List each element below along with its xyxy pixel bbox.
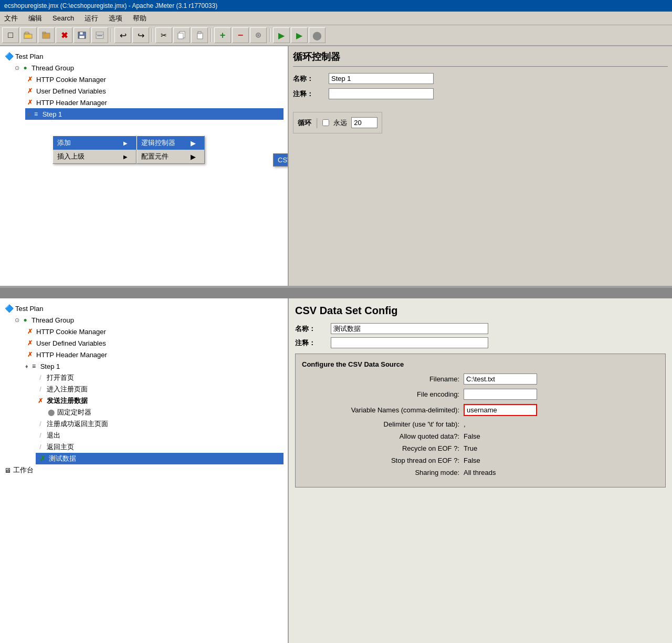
context-menu-insert[interactable]: 插入上级 ▶ <box>53 150 136 163</box>
submenu-csv: CSV Data Set Config <box>273 153 289 167</box>
scissors-button[interactable]: ✂ <box>155 27 172 43</box>
forever-checkbox[interactable] <box>322 119 329 126</box>
submenu-config-item[interactable]: 配置元件 ▶ <box>137 150 204 163</box>
tree-item-step1[interactable]: ♦ ≡ Step 1 <box>25 108 284 120</box>
context-menu: 添加 ▶ 插入上级 ▶ <box>52 136 136 164</box>
bsuccessback-icon: / <box>36 419 45 429</box>
btree-timer[interactable]: ⬤ 固定定时器 <box>46 407 284 418</box>
menu-file[interactable]: 文件 <box>2 13 20 24</box>
bsenddata-label: 发送注册数据 <box>47 396 88 406</box>
redo-button[interactable]: ↪ <box>132 27 149 43</box>
bcookie-icon: ✗ <box>25 327 35 336</box>
bopenpage-icon: / <box>36 373 45 382</box>
stop-button[interactable]: ⬤ <box>309 27 326 43</box>
csv-recycle-row: Recycle on EOF ?: True <box>302 444 659 452</box>
loop-count-input[interactable] <box>351 117 377 128</box>
submenu-logic: 逻辑控制器 ▶ 配置元件 ▶ <box>136 136 205 164</box>
csv-comment-label: 注释： <box>295 338 327 348</box>
workbench[interactable]: 🖥 工作台 <box>4 464 284 476</box>
toolbar: □ ✖ ↩ ↪ ✂ + − ▶ ▶ ⬤ <box>0 25 672 46</box>
divider: | <box>316 117 318 129</box>
csv-filename-value: C:\test.txt <box>464 374 537 385</box>
title-bar: ecshopuregiste.jmx (C:\ecshopuregiste.jm… <box>0 0 672 12</box>
csv-config-panel: CSV Data Set Config 名称： 注释： Configure th… <box>289 298 672 643</box>
svg-rect-2 <box>24 34 32 38</box>
menu-help[interactable]: 帮助 <box>131 13 149 24</box>
uservars-icon: ✗ <box>25 86 35 96</box>
csv-comment-input[interactable] <box>331 337 488 348</box>
tree-item-uservars[interactable]: ✗ User Defined Variables <box>25 85 284 97</box>
btree-uservars[interactable]: ✗ User Defined Variables <box>25 337 284 349</box>
svg-point-16 <box>257 34 259 36</box>
btestdata-label: 测试数据 <box>49 454 76 463</box>
submenu-logic-item[interactable]: 逻辑控制器 ▶ <box>137 136 204 150</box>
testplan-label: Test Plan <box>15 53 43 60</box>
paste-button[interactable] <box>191 27 208 43</box>
start-nopause-button[interactable]: ▶ <box>291 27 308 43</box>
btree-senddata[interactable]: ✗ 发送注册数据 <box>36 395 284 407</box>
buservars-icon: ✗ <box>25 338 35 348</box>
btree-returnhome[interactable]: / 返回主页 <box>36 441 284 453</box>
csv-config-item[interactable]: CSV Data Set Config <box>274 154 289 166</box>
tree-item-testplan[interactable]: 🔷 Test Plan <box>4 50 284 62</box>
menu-edit[interactable]: 编辑 <box>26 13 44 24</box>
bregister-icon: / <box>36 385 45 394</box>
logic-arrow: ▶ <box>191 139 196 147</box>
btree-testplan[interactable]: 🔷 Test Plan <box>4 303 284 314</box>
tree-item-cookiemanager[interactable]: ✗ HTTP Cookie Manager <box>25 74 284 85</box>
top-right-panel: 循环控制器 名称： 注释： 循环 | 永远 <box>289 46 672 286</box>
btree-logout[interactable]: / 退出 <box>36 430 284 441</box>
btree-openpage[interactable]: / 打开首页 <box>36 372 284 383</box>
loop-section: 循环 | 永远 <box>293 112 382 133</box>
csv-filename-label: Filename: <box>302 375 459 383</box>
add-label: 添加 <box>57 138 71 148</box>
bstep1-label: Step 1 <box>40 362 60 370</box>
threadgroup-label: Thread Group <box>32 64 74 72</box>
undo-button[interactable]: ↩ <box>114 27 131 43</box>
remove-button[interactable]: − <box>232 27 249 43</box>
csv-stopthread-row: Stop thread on EOF ?: False <box>302 457 659 464</box>
step1-icon: ≡ <box>32 109 41 119</box>
tree-item-headermanager[interactable]: ✗ HTTP Header Manager <box>25 97 284 108</box>
btree-register[interactable]: / 进入注册页面 <box>36 383 284 395</box>
add-button[interactable]: + <box>214 27 231 43</box>
svg-rect-12 <box>178 33 183 39</box>
btree-step1[interactable]: ♦ ≡ Step 1 <box>25 360 284 372</box>
btree-threadgroup[interactable]: ⊙ ● Thread Group <box>15 314 284 326</box>
open-button[interactable] <box>20 27 37 43</box>
testplan-icon: 🔷 <box>4 51 14 61</box>
config-arrow: ▶ <box>191 153 196 161</box>
bthreadgroup-connector: ⊙ <box>15 317 19 324</box>
csv-comment-row: 注释： <box>295 337 666 348</box>
blogout-label: 退出 <box>47 431 60 440</box>
new-button[interactable]: □ <box>2 27 19 43</box>
svg-rect-6 <box>80 32 83 35</box>
save-button[interactable] <box>74 27 90 43</box>
menu-run[interactable]: 运行 <box>82 13 100 24</box>
context-menu-add[interactable]: 添加 ▶ <box>53 136 136 150</box>
comment-input[interactable] <box>329 88 434 99</box>
menu-search[interactable]: Search <box>50 13 76 23</box>
template-button[interactable] <box>91 27 108 43</box>
csv-encoding-row: File encoding: <box>302 389 659 400</box>
step1-label: Step 1 <box>43 110 62 118</box>
menu-options[interactable]: 选项 <box>107 13 124 24</box>
svg-rect-1 <box>25 32 28 34</box>
copy-button[interactable] <box>173 27 190 43</box>
btree-header[interactable]: ✗ HTTP Header Manager <box>25 349 284 360</box>
name-input[interactable] <box>329 73 434 84</box>
csv-varnames-label: Variable Names (comma-delimited): <box>302 406 459 414</box>
start-button[interactable]: ▶ <box>273 27 290 43</box>
btree-successback[interactable]: / 注册成功返回主页面 <box>36 418 284 430</box>
csv-delimiter-value: , <box>464 420 466 428</box>
folder-button[interactable] <box>38 27 55 43</box>
btree-testdata[interactable]: ✗ 测试数据 <box>36 453 284 464</box>
tree-item-threadgroup[interactable]: ⊙ ● Thread Group <box>15 62 284 74</box>
csv-name-input[interactable] <box>331 323 488 334</box>
close-button[interactable]: ✖ <box>56 27 72 43</box>
settings-button[interactable] <box>250 27 267 43</box>
csv-label: CSV Data Set Config <box>278 156 289 164</box>
bopenpage-label: 打开首页 <box>47 373 74 382</box>
btree-cookie[interactable]: ✗ HTTP Cookie Manager <box>25 326 284 337</box>
bsuccessback-label: 注册成功返回主页面 <box>47 419 108 429</box>
